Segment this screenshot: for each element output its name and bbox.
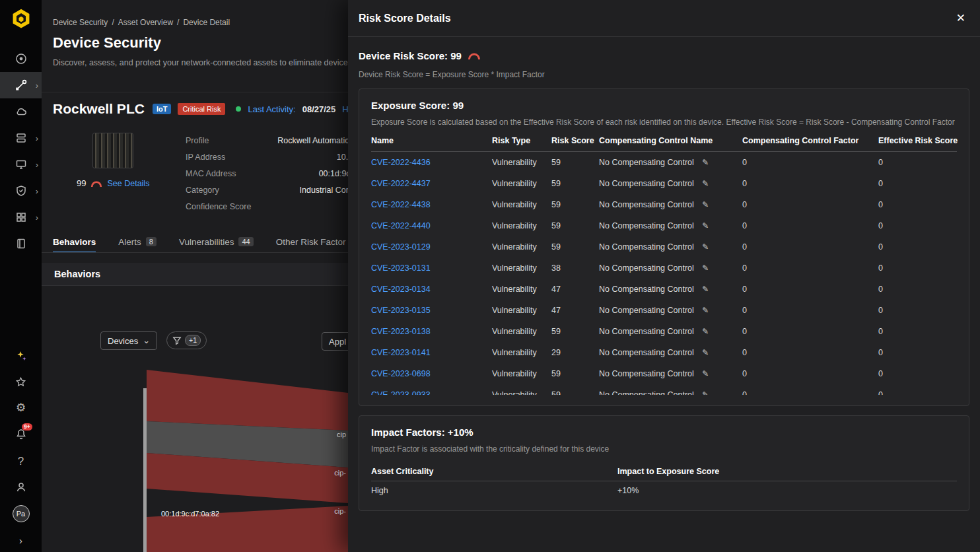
breadcrumb-device-security[interactable]: Device Security: [53, 18, 108, 27]
risk-type-cell: Vulnerability: [492, 179, 551, 188]
breadcrumb-device-detail[interactable]: Device Detail: [183, 18, 230, 27]
sidebar-item-network[interactable]: ›: [0, 151, 42, 178]
device-fields: Profile Rockwell Automation P IP Address…: [186, 132, 362, 215]
edit-pencil-icon[interactable]: ✎: [702, 285, 709, 294]
control-factor-cell: 0: [742, 390, 878, 395]
see-details-link[interactable]: See Details: [107, 179, 149, 188]
tab-behaviors[interactable]: Behaviors: [53, 231, 96, 252]
device-photo: [92, 133, 133, 168]
page-subtitle: Discover, assess, and protect your netwo…: [53, 58, 368, 67]
cve-link[interactable]: CVE-2023-0129: [371, 242, 492, 252]
risk-type-cell: Vulnerability: [492, 221, 551, 230]
effective-score-cell: 0: [878, 348, 957, 357]
edit-pencil-icon[interactable]: ✎: [702, 369, 709, 378]
cve-link[interactable]: CVE-2023-0138: [371, 327, 492, 336]
sankey-node-bar[interactable]: [143, 388, 147, 552]
col-risk-type: Risk Type: [492, 136, 551, 145]
sidebar-item-ai-assistant[interactable]: [0, 343, 42, 369]
sidebar-item-notifications[interactable]: 9+: [0, 421, 42, 447]
control-factor-cell: 0: [742, 263, 878, 273]
devices-dropdown[interactable]: Devices ⌄: [100, 331, 157, 350]
device-security-tool-icon: [15, 79, 28, 92]
edit-pencil-icon[interactable]: ✎: [702, 306, 709, 315]
device-field-row: IP Address 10.128: [186, 149, 362, 165]
apps-grid-icon: [15, 211, 28, 224]
flow-label-1: cip: [337, 431, 346, 438]
sankey-flow-red-1[interactable]: [147, 370, 348, 431]
exposure-table-row: CVE-2023-0138 Vulnerability 59 No Compen…: [371, 321, 957, 342]
risk-score-cell: 59: [551, 390, 599, 395]
sidebar-item-protection[interactable]: ›: [0, 178, 42, 204]
iot-badge: IoT: [153, 104, 172, 114]
behaviors-sankey-chart: cip cip- cip- 00:1d:9c:d7:0a:82: [53, 357, 348, 552]
brand-logo[interactable]: [0, 8, 42, 32]
control-name-text: No Compensating Control: [599, 306, 694, 315]
control-name-text: No Compensating Control: [599, 179, 694, 188]
sidebar-expand-button[interactable]: ›: [0, 527, 42, 552]
chevron-right-icon: ›: [36, 81, 38, 90]
edit-pencil-icon[interactable]: ✎: [702, 263, 709, 273]
edit-pencil-icon[interactable]: ✎: [702, 327, 709, 336]
edit-pencil-icon[interactable]: ✎: [702, 221, 709, 230]
control-name-cell: No Compensating Control ✎: [599, 369, 742, 378]
breadcrumb: Device Security / Asset Overview / Devic…: [53, 18, 230, 27]
filter-button[interactable]: +1: [166, 331, 207, 349]
impact-table-row: High +10%: [371, 481, 957, 500]
online-status-dot: [236, 106, 241, 112]
sidebar-item-account[interactable]: Pa: [0, 500, 42, 527]
risk-score-cell: 47: [551, 285, 599, 294]
tab-vulnerabilities[interactable]: Vulnerabilities 44: [179, 231, 254, 252]
cve-link[interactable]: CVE-2023-0698: [371, 369, 492, 378]
effective-score-cell: 0: [878, 221, 957, 230]
sidebar-item-settings[interactable]: ⚙: [0, 394, 42, 421]
control-factor-cell: 0: [742, 242, 878, 252]
cve-link[interactable]: CVE-2022-4438: [371, 200, 492, 209]
sidebar-item-favorites[interactable]: [0, 368, 42, 395]
exposure-table-body[interactable]: CVE-2022-4436 Vulnerability 59 No Compen…: [371, 152, 957, 395]
exposure-score-card: Exposure Score: 99 Exposure Score is cal…: [359, 88, 969, 406]
cve-link[interactable]: CVE-2023-0141: [371, 348, 492, 357]
page-title: Device Security: [53, 34, 161, 52]
cve-link[interactable]: CVE-2022-4440: [371, 221, 492, 230]
sidebar-item-users[interactable]: [0, 474, 42, 500]
sidebar-item-help[interactable]: ?: [0, 448, 42, 474]
edit-pencil-icon[interactable]: ✎: [702, 348, 709, 357]
sidebar-item-assets[interactable]: ›: [0, 125, 42, 151]
cve-link[interactable]: CVE-2023-0134: [371, 285, 492, 294]
risk-type-cell: Vulnerability: [492, 306, 551, 315]
risk-score-cell: 59: [551, 200, 599, 209]
risk-score-cell: 59: [551, 369, 599, 378]
tab-label: Vulnerabilities: [179, 237, 234, 247]
edit-pencil-icon[interactable]: ✎: [702, 200, 709, 209]
edit-pencil-icon[interactable]: ✎: [702, 242, 709, 252]
tab-other-risk-factors[interactable]: Other Risk Factor: [276, 231, 346, 252]
risk-score-cell: 38: [551, 263, 599, 273]
risk-type-cell: Vulnerability: [492, 390, 551, 395]
sidebar-item-cloud[interactable]: [0, 98, 42, 125]
sidebar-item-device-security[interactable]: ›: [0, 72, 42, 98]
cve-link[interactable]: CVE-2022-4437: [371, 179, 492, 188]
radar-icon: [15, 52, 28, 65]
chevron-right-icon: ›: [36, 187, 38, 195]
cve-link[interactable]: CVE-2023-0135: [371, 306, 492, 315]
devices-dropdown-label: Devices: [108, 336, 138, 346]
last-activity-value: 08/27/25: [302, 104, 336, 114]
tab-alerts[interactable]: Alerts 8: [118, 231, 157, 252]
sidebar-item-overview[interactable]: [0, 46, 42, 72]
close-icon[interactable]: ✕: [956, 11, 965, 25]
field-label: IP Address: [186, 153, 225, 162]
control-name-text: No Compensating Control: [599, 369, 694, 378]
breadcrumb-asset-overview[interactable]: Asset Overview: [118, 18, 173, 27]
edit-pencil-icon[interactable]: ✎: [702, 158, 709, 167]
edit-pencil-icon[interactable]: ✎: [702, 390, 709, 395]
device-tabs: Behaviors Alerts 8 Vulnerabilities 44 Ot…: [53, 231, 346, 252]
gear-icon: ⚙: [16, 402, 26, 413]
star-icon: [15, 376, 27, 388]
cve-link[interactable]: CVE-2023-0933: [371, 390, 492, 395]
sidebar-item-reports[interactable]: [0, 230, 42, 257]
cve-link[interactable]: CVE-2022-4436: [371, 158, 492, 167]
sidebar-item-integrations[interactable]: ›: [0, 204, 42, 230]
edit-pencil-icon[interactable]: ✎: [702, 179, 709, 188]
device-field-row: Profile Rockwell Automation P: [186, 132, 362, 149]
cve-link[interactable]: CVE-2023-0131: [371, 263, 492, 273]
